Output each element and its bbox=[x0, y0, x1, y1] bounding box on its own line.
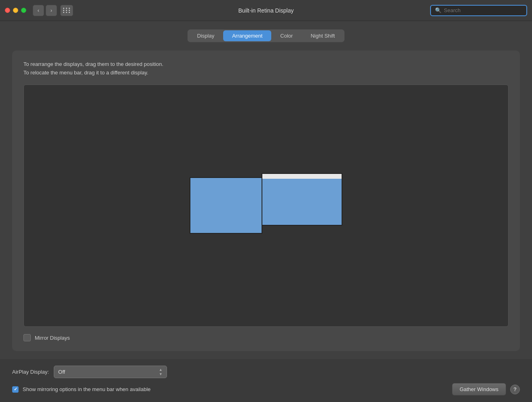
instructions: To rearrange the displays, drag them to … bbox=[23, 60, 509, 77]
tab-color[interactable]: Color bbox=[271, 30, 302, 41]
gather-windows-button[interactable]: Gather Windows bbox=[452, 383, 506, 396]
mirror-displays-row: Mirror Displays bbox=[23, 334, 509, 341]
titlebar: ‹ › Built-in Retina Display 🔍 bbox=[0, 0, 532, 21]
nav-buttons: ‹ › bbox=[33, 5, 73, 16]
airplay-select-value: Off bbox=[58, 369, 159, 375]
maximize-button[interactable] bbox=[21, 8, 26, 13]
search-input[interactable] bbox=[444, 7, 522, 13]
search-bar[interactable]: 🔍 bbox=[430, 5, 527, 16]
close-button[interactable] bbox=[5, 8, 10, 13]
airplay-row: AirPlay Display: Off ▲ ▼ bbox=[12, 366, 520, 378]
traffic-lights bbox=[5, 8, 26, 13]
help-button[interactable]: ? bbox=[510, 385, 520, 394]
grid-button[interactable] bbox=[60, 5, 73, 16]
displays-wrapper bbox=[190, 177, 342, 234]
main-content: Display Arrangement Color Night Shift To… bbox=[0, 21, 532, 359]
forward-button[interactable]: › bbox=[46, 5, 57, 16]
tabs: Display Arrangement Color Night Shift bbox=[187, 29, 345, 42]
menubar-strip bbox=[262, 174, 342, 179]
tab-night-shift[interactable]: Night Shift bbox=[302, 30, 344, 41]
display-monitor-right[interactable] bbox=[262, 173, 342, 226]
bottom-area: AirPlay Display: Off ▲ ▼ ✓ Show mirrorin… bbox=[0, 359, 532, 402]
checkmark-icon: ✓ bbox=[14, 387, 17, 391]
show-mirroring-label: Show mirroring options in the menu bar w… bbox=[23, 386, 448, 392]
back-button[interactable]: ‹ bbox=[33, 5, 44, 16]
search-icon: 🔍 bbox=[435, 7, 441, 13]
display-monitor-left[interactable] bbox=[190, 177, 262, 234]
arrangement-panel: To rearrange the displays, drag them to … bbox=[12, 51, 520, 351]
tabs-container: Display Arrangement Color Night Shift bbox=[12, 29, 520, 42]
window-title: Built-in Retina Display bbox=[239, 7, 294, 14]
airplay-label: AirPlay Display: bbox=[12, 369, 49, 375]
display-arrangement-area[interactable] bbox=[23, 85, 509, 327]
tab-display[interactable]: Display bbox=[188, 30, 224, 41]
mirror-displays-label: Mirror Displays bbox=[35, 335, 70, 341]
minimize-button[interactable] bbox=[13, 8, 18, 13]
select-arrows-icon: ▲ ▼ bbox=[159, 368, 163, 376]
tab-arrangement[interactable]: Arrangement bbox=[223, 30, 271, 41]
mirror-displays-checkbox[interactable] bbox=[23, 334, 31, 341]
show-mirroring-checkbox[interactable]: ✓ bbox=[12, 386, 19, 393]
instruction-line2: To relocate the menu bar, drag it to a d… bbox=[23, 69, 509, 77]
instruction-line1: To rearrange the displays, drag them to … bbox=[23, 60, 509, 69]
airplay-select[interactable]: Off ▲ ▼ bbox=[54, 366, 167, 378]
mirroring-row: ✓ Show mirroring options in the menu bar… bbox=[12, 383, 520, 396]
